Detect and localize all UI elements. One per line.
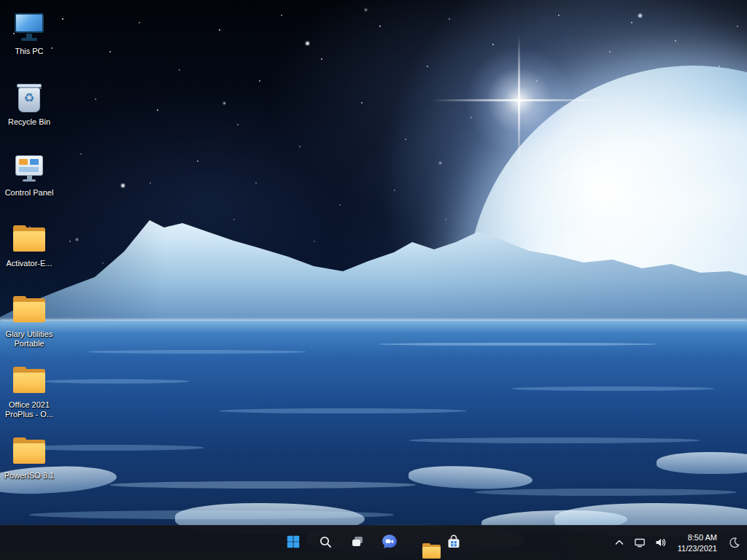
sea-streak xyxy=(44,379,190,384)
start-button[interactable] xyxy=(279,529,308,558)
ice-floe xyxy=(657,452,747,474)
control-panel-icon xyxy=(12,151,46,186)
task-view-icon xyxy=(350,534,365,551)
desktop-screen: This PC ♻ Recycle Bin Control Panel xyxy=(0,0,747,560)
desktop-icon-label: Glary Utilities Portable xyxy=(1,330,57,349)
chat-icon xyxy=(381,533,398,553)
clock-button[interactable]: 8:50 AM 11/23/2021 xyxy=(671,529,724,558)
sea-streak xyxy=(88,350,306,354)
folder-icon xyxy=(12,222,47,257)
sea-streak xyxy=(379,343,657,346)
desktop-icon-grid: This PC ♻ Recycle Bin Control Panel xyxy=(1,6,57,501)
desktop-icon-label: Recycle Bin xyxy=(1,117,57,127)
system-tray: 8:50 AM 11/23/2021 xyxy=(610,526,744,560)
wallpaper xyxy=(0,0,747,560)
moon-icon xyxy=(729,537,740,551)
desktop-icon-folder-glary[interactable]: Glary Utilities Portable xyxy=(1,289,57,359)
search-icon xyxy=(318,534,333,551)
taskbar: 8:50 AM 11/23/2021 xyxy=(0,525,747,560)
sea-streak xyxy=(511,386,715,391)
search-button[interactable] xyxy=(311,529,340,558)
desktop-icon-folder-office[interactable]: Office 2021 ProPlus - O... xyxy=(1,359,57,430)
store-icon xyxy=(445,533,462,553)
desktop-icon-control-panel[interactable]: Control Panel xyxy=(1,147,57,218)
tray-date: 11/23/2021 xyxy=(678,543,717,554)
file-explorer-button[interactable] xyxy=(407,529,436,558)
folder-icon xyxy=(12,434,47,469)
desktop-icon-folder-poweriso[interactable]: PowerISO 8.1 xyxy=(1,430,57,501)
sea-streak xyxy=(474,489,737,496)
focus-assist-button[interactable] xyxy=(725,529,744,558)
network-button[interactable] xyxy=(630,529,649,558)
volume-button[interactable] xyxy=(651,529,670,558)
desktop-icon-label: Office 2021 ProPlus - O... xyxy=(1,400,57,419)
desktop-icon-this-pc[interactable]: This PC xyxy=(1,6,57,77)
windows-logo-icon xyxy=(285,534,301,552)
chevron-up-icon xyxy=(614,537,625,551)
desktop-icon-label: PowerISO 8.1 xyxy=(1,471,57,481)
task-view-button[interactable] xyxy=(343,529,372,558)
recycle-bin-icon: ♻ xyxy=(12,80,46,115)
taskbar-center-icons xyxy=(279,529,468,558)
store-button[interactable] xyxy=(439,529,468,558)
desktop-icon-recycle-bin[interactable]: ♻ Recycle Bin xyxy=(1,77,57,147)
desktop-icon-label: This PC xyxy=(1,47,57,56)
desktop-icon-folder-activator[interactable]: Activator-E... xyxy=(1,218,57,289)
sea-streak xyxy=(109,481,416,489)
folder-icon xyxy=(12,292,47,327)
recycle-symbol: ♻ xyxy=(12,90,46,105)
sea-streak xyxy=(409,438,700,443)
network-icon xyxy=(634,537,646,551)
desktop-icon-label: Control Panel xyxy=(1,188,57,198)
chat-button[interactable] xyxy=(375,529,404,558)
sea-streak xyxy=(219,408,467,413)
tray-time: 8:50 AM xyxy=(678,532,717,543)
folder-icon xyxy=(12,363,47,398)
hidden-icons-button[interactable] xyxy=(610,529,629,558)
bright-stars xyxy=(0,0,2,2)
this-pc-icon xyxy=(12,9,46,44)
star-flare-vertical xyxy=(518,35,520,166)
desktop-icon-label: Activator-E... xyxy=(1,259,57,268)
volume-icon xyxy=(654,537,666,551)
